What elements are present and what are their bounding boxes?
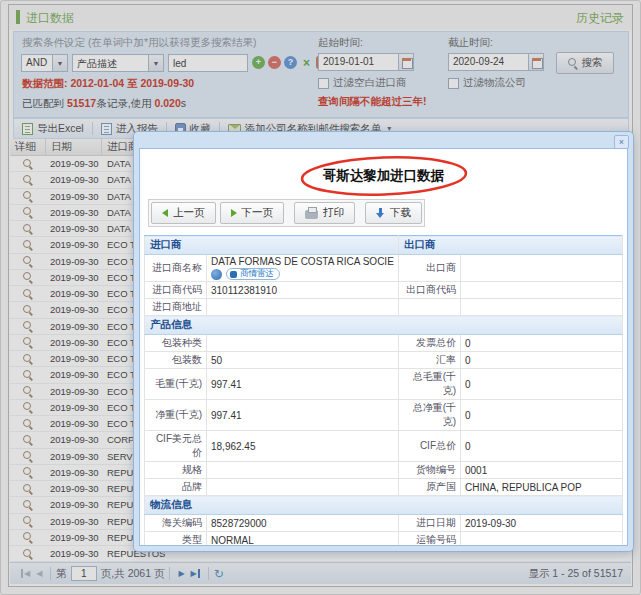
detail-value: 997.41 — [207, 400, 399, 431]
detail-label: 净重(千克) — [145, 400, 207, 431]
modal-body: 哥斯达黎加进口数据 上一页 下一页 打印 下载 — [139, 148, 628, 546]
detail-label: 进口日期 — [399, 515, 461, 532]
detail-label: 发票总价 — [399, 335, 461, 352]
print-button[interactable]: 打印 — [294, 202, 355, 224]
section-header: 产品信息 — [145, 316, 623, 335]
detail-value: 0 — [461, 400, 623, 431]
detail-row: 类型NORMAL运输号码 — [145, 532, 623, 547]
detail-label: 出口商 — [399, 255, 461, 282]
detail-row: 规格货物编号0001 — [145, 462, 623, 479]
detail-value — [207, 479, 399, 496]
close-icon[interactable]: × — [614, 135, 629, 149]
detail-label: 进口商名称 — [145, 255, 207, 282]
detail-value: DATA FORMAS DE COSTA RICA SOCIEDAD ANONI… — [207, 255, 399, 282]
detail-row: 毛重(千克)997.41总毛重(千克)0 — [145, 369, 623, 400]
detail-label — [399, 299, 461, 316]
detail-label: CIF美元总价 — [145, 431, 207, 462]
detail-value: 997.41 — [207, 369, 399, 400]
detail-value: 0001 — [461, 462, 623, 479]
green-right-arrow-icon — [231, 209, 237, 217]
next-page-label: 下一页 — [242, 206, 274, 220]
prev-page-button[interactable]: 上一页 — [151, 202, 216, 224]
detail-label: 海关编码 — [145, 515, 207, 532]
detail-label: 原产国 — [399, 479, 461, 496]
detail-label: 货物编号 — [399, 462, 461, 479]
radar-icon — [230, 271, 237, 278]
printer-icon — [305, 210, 318, 219]
detail-value — [461, 532, 623, 547]
detail-value: 8528729000 — [207, 515, 399, 532]
red-ellipse-annotation — [297, 152, 470, 200]
section-header: 进口商 — [145, 236, 399, 255]
detail-label: CIF总价 — [399, 431, 461, 462]
detail-row: 进口商名称DATA FORMAS DE COSTA RICA SOCIEDAD … — [145, 255, 623, 282]
detail-label: 品牌 — [145, 479, 207, 496]
detail-label: 类型 — [145, 532, 207, 547]
detail-label: 进口商地址 — [145, 299, 207, 316]
detail-label: 包装数 — [145, 352, 207, 369]
detail-label: 运输号码 — [399, 532, 461, 547]
detail-table-body: 进口商出口商进口商名称DATA FORMAS DE COSTA RICA SOC… — [145, 236, 623, 547]
print-label: 打印 — [323, 206, 344, 220]
detail-row: 品牌原产国CHINA, REPUBLICA POP — [145, 479, 623, 496]
detail-label: 毛重(千克) — [145, 369, 207, 400]
detail-label: 进口商代码 — [145, 282, 207, 299]
detail-label: 总净重(千克) — [399, 400, 461, 431]
modal-toolbar: 上一页 下一页 打印 下载 — [148, 199, 425, 227]
detail-value: 18,962.45 — [207, 431, 399, 462]
detail-row: 进口商出口商 — [145, 236, 623, 255]
section-header: 物流信息 — [145, 496, 623, 515]
radar-badge-label: 商情雷达 — [240, 268, 274, 280]
detail-label: 包装种类 — [145, 335, 207, 352]
detail-row: 净重(千克)997.41总净重(千克)0 — [145, 400, 623, 431]
detail-label: 总毛重(千克) — [399, 369, 461, 400]
detail-value — [207, 462, 399, 479]
detail-value: 0 — [461, 369, 623, 400]
download-label: 下载 — [390, 206, 411, 220]
detail-row: 物流信息 — [145, 496, 623, 515]
detail-row: 海关编码8528729000进口日期2019-09-30 — [145, 515, 623, 532]
detail-value — [207, 299, 399, 316]
globe-icon[interactable] — [211, 269, 222, 280]
detail-value: 0 — [461, 352, 623, 369]
detail-value — [461, 255, 623, 282]
modal-title-wrap: 哥斯达黎加进口数据 — [140, 159, 627, 193]
detail-value — [461, 299, 623, 316]
detail-modal: × 哥斯达黎加进口数据 上一页 下一页 打印 — [133, 131, 634, 552]
detail-value: NORMAL — [207, 532, 399, 547]
green-left-arrow-icon — [162, 209, 168, 217]
radar-badge[interactable]: 商情雷达 — [226, 268, 280, 280]
detail-row: 包装种类发票总价0 — [145, 335, 623, 352]
detail-label: 汇率 — [399, 352, 461, 369]
detail-row: 包装数50汇率0 — [145, 352, 623, 369]
download-button[interactable]: 下载 — [365, 202, 422, 224]
detail-table: 进口商出口商进口商名称DATA FORMAS DE COSTA RICA SOC… — [144, 235, 623, 546]
detail-value: CHINA, REPUBLICA POP — [461, 479, 623, 496]
detail-row: 进口商代码310112381910出口商代码 — [145, 282, 623, 299]
detail-value — [207, 335, 399, 352]
detail-value: 50 — [207, 352, 399, 369]
app-window: 进口数据 历史记录 搜索条件设定 (在单词中加*用以获得更多搜索结果) 起始时间… — [0, 0, 641, 595]
detail-row: CIF美元总价18,962.45CIF总价0 — [145, 431, 623, 462]
detail-value: 0 — [461, 431, 623, 462]
next-page-button[interactable]: 下一页 — [220, 202, 285, 224]
detail-value — [461, 282, 623, 299]
download-icon — [376, 208, 385, 219]
detail-row: 产品信息 — [145, 316, 623, 335]
detail-row: 进口商地址 — [145, 299, 623, 316]
detail-value: 310112381910 — [207, 282, 399, 299]
detail-label: 出口商代码 — [399, 282, 461, 299]
detail-value: 2019-09-30 — [461, 515, 623, 532]
detail-value: 0 — [461, 335, 623, 352]
detail-label: 规格 — [145, 462, 207, 479]
prev-page-label: 上一页 — [173, 206, 205, 220]
section-header: 出口商 — [399, 236, 623, 255]
